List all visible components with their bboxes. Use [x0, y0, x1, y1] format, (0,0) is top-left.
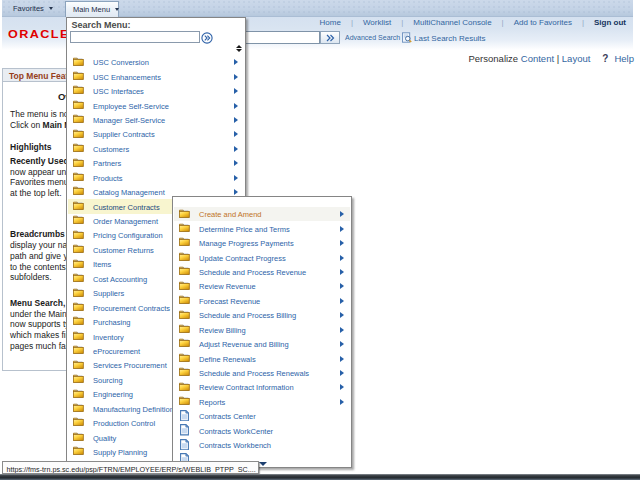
last-search-results-icon	[402, 32, 412, 45]
submenu-arrow-icon	[340, 399, 344, 405]
help-icon: ?	[602, 53, 608, 64]
folder-icon	[73, 201, 84, 210]
menu-item-label: Forecast Revenue	[199, 296, 260, 305]
submenu-item-manage-progress-payments[interactable]: Manage Progress Payments	[174, 236, 350, 250]
menu-item-label: Define Renewals	[199, 354, 256, 363]
menu-item-manager-self-service[interactable]: Manager Self-Service	[68, 113, 244, 127]
menu-item-usc-enhancements[interactable]: USC Enhancements	[68, 69, 244, 83]
nav-link-multichannel-console[interactable]: MultiChannel Console	[413, 18, 491, 27]
folder-icon	[73, 85, 84, 94]
folder-icon	[73, 230, 84, 239]
submenu-item-adjust-revenue-and-billing[interactable]: Adjust Revenue and Billing	[174, 337, 350, 351]
folder-icon	[73, 374, 84, 383]
header-search-go-button[interactable]	[320, 31, 340, 44]
menu-search-input[interactable]	[70, 31, 200, 44]
submenu-item-create-and-amend[interactable]: Create and Amend	[174, 207, 350, 221]
submenu-list: Create and Amend Determine Price and Ter…	[174, 207, 350, 467]
menu-item-products[interactable]: Products	[68, 171, 244, 185]
menu-item-label: Suppliers	[93, 289, 124, 298]
submenu-arrow-icon	[234, 189, 238, 195]
scroll-down-icon	[236, 49, 242, 52]
page-icon	[179, 425, 189, 436]
menu-item-label: Manage Progress Payments	[199, 239, 294, 248]
folder-icon	[73, 71, 84, 80]
menu-item-label: Manager Self-Service	[93, 115, 165, 124]
menu-item-label: Adjust Revenue and Billing	[199, 340, 289, 349]
folder-icon	[73, 302, 84, 311]
personalize-content-link[interactable]: Content	[521, 53, 554, 64]
menu-item-label: Production Control	[93, 419, 155, 428]
menu-item-label: Create and Amend	[199, 210, 262, 219]
submenu-arrow-icon	[340, 370, 344, 376]
menu-item-label: USC Interfaces	[93, 87, 144, 96]
menu-item-customers[interactable]: Customers	[68, 142, 244, 156]
folder-icon	[73, 417, 84, 426]
menu-item-label: Review Revenue	[199, 282, 256, 291]
submenu-item-review-billing[interactable]: Review Billing	[174, 323, 350, 337]
submenu-item-schedule-and-process-revenue[interactable]: Schedule and Process Revenue	[174, 265, 350, 279]
menu-item-label: Contracts Workbench	[199, 441, 271, 450]
menu-item-usc-interfaces[interactable]: USC Interfaces	[68, 84, 244, 98]
folder-icon	[179, 295, 190, 304]
nav-separator: |	[582, 18, 584, 27]
last-search-results-link[interactable]: Last Search Results	[414, 34, 486, 43]
menu-scroll-spinner[interactable]	[236, 45, 243, 53]
personalize-layout-link[interactable]: Layout	[562, 53, 591, 64]
menu-item-label: Review Billing	[199, 325, 246, 334]
caret-down-icon	[115, 8, 119, 11]
menu-item-partners[interactable]: Partners	[68, 156, 244, 170]
submenu-item-review-contract-information[interactable]: Review Contract Information	[174, 380, 350, 394]
folder-icon	[73, 244, 84, 253]
folder-icon	[179, 310, 190, 319]
submenu-arrow-icon	[234, 103, 238, 109]
submenu-item-contracts-center[interactable]: Contracts Center	[174, 409, 350, 423]
folder-icon	[73, 158, 84, 167]
menu-item-employee-self-service[interactable]: Employee Self-Service	[68, 98, 244, 112]
submenu-item-schedule-and-process-renewals[interactable]: Schedule and Process Renewals	[174, 366, 350, 380]
submenu-arrow-icon	[340, 312, 344, 318]
nav-separator: |	[351, 18, 353, 27]
nav-link-add-to-favorites[interactable]: Add to Favorites	[514, 18, 572, 27]
submenu-arrow-icon	[340, 384, 344, 390]
menu-item-label: Schedule and Process Billing	[199, 311, 296, 320]
menu-item-supplier-contracts[interactable]: Supplier Contracts	[68, 127, 244, 141]
folder-icon	[73, 432, 84, 441]
folder-icon	[179, 382, 190, 391]
submenu-item-forecast-revenue[interactable]: Forecast Revenue	[174, 294, 350, 308]
folder-icon	[73, 143, 84, 152]
submenu-item-contracts-workcenter[interactable]: Contracts WorkCenter	[174, 424, 350, 438]
menu-item-usc-conversion[interactable]: USC Conversion	[68, 55, 244, 69]
folder-icon	[73, 259, 84, 268]
folder-icon	[179, 338, 190, 347]
submenu-item-contracts-workbench[interactable]: Contracts Workbench	[174, 438, 350, 452]
submenu-arrow-icon	[234, 74, 238, 80]
submenu-arrow-icon	[234, 175, 238, 181]
menu-item-label: Purchasing	[93, 318, 131, 327]
menu-item-label: Employee Self-Service	[93, 101, 169, 110]
favorites-menu-button[interactable]: Favorites	[11, 0, 55, 16]
submenu-item-reports[interactable]: Reports	[174, 395, 350, 409]
submenu-scroll-down-arrow[interactable]	[259, 462, 267, 466]
submenu-arrow-icon	[340, 283, 344, 289]
caret-down-icon	[49, 7, 53, 10]
submenu-arrow-icon	[234, 88, 238, 94]
folder-icon	[179, 396, 190, 405]
folder-icon	[73, 389, 84, 398]
personalize-label: Personalize	[469, 53, 519, 64]
nav-link-home[interactable]: Home	[320, 18, 341, 27]
nav-link-worklist[interactable]: Worklist	[363, 18, 391, 27]
menu-search-go-button[interactable]	[201, 32, 213, 44]
help-link[interactable]: Help	[614, 53, 634, 64]
advanced-search-link[interactable]: Advanced Search	[345, 34, 400, 41]
submenu-item-determine-price-and-terms[interactable]: Determine Price and Terms	[174, 221, 350, 235]
nav-link-sign-out[interactable]: Sign out	[594, 18, 626, 27]
submenu-item-update-contract-progress[interactable]: Update Contract Progress	[174, 250, 350, 264]
menubar: Favorites Main Menu	[2, 0, 633, 17]
menu-item-label: Schedule and Process Revenue	[199, 267, 306, 276]
personalize-separator: |	[557, 53, 559, 64]
submenu-item-define-renewals[interactable]: Define Renewals	[174, 351, 350, 365]
menu-item-label: Pricing Configuration	[93, 231, 163, 240]
submenu-item-schedule-and-process-billing[interactable]: Schedule and Process Billing	[174, 308, 350, 322]
go-chevrons-icon	[326, 34, 335, 42]
submenu-item-review-revenue[interactable]: Review Revenue	[174, 279, 350, 293]
